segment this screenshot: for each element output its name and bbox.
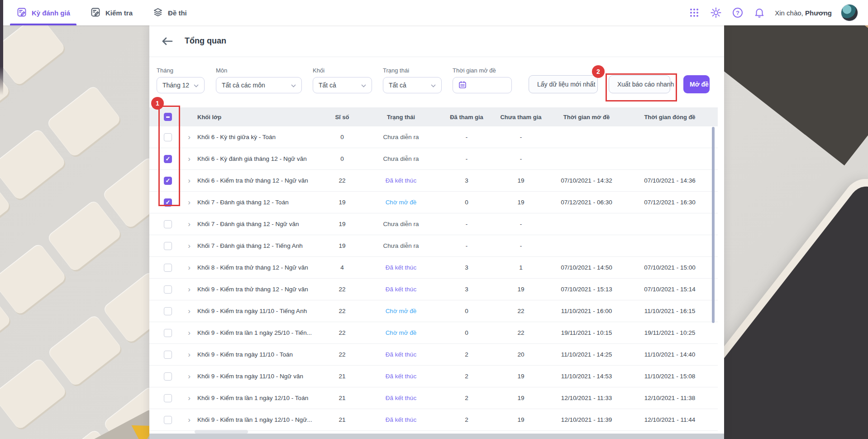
row-checkbox[interactable] (164, 133, 172, 141)
class-size: 22 (324, 351, 360, 358)
expand-chevron-icon[interactable]: › (188, 372, 191, 380)
status-text: Chờ mở đề (360, 199, 442, 206)
status-text: Đã kết thúc (360, 416, 442, 423)
table-row[interactable]: › Khối 6 - Kỳ đánh giá tháng 12 - Ngữ vă… (149, 148, 718, 170)
expand-chevron-icon[interactable]: › (188, 155, 191, 163)
row-checkbox[interactable] (164, 177, 172, 185)
status-text: Chưa diễn ra (360, 221, 442, 227)
row-checkbox[interactable] (164, 416, 172, 424)
class-exam-name: Khối 8 - Kiểm tra thử tháng 12 - Ngữ văn (197, 257, 324, 279)
table-row[interactable]: › Khối 8 - Kiểm tra thử tháng 12 - Ngữ v… (149, 257, 718, 279)
row-checkbox[interactable] (164, 372, 172, 381)
refresh-data-button[interactable]: Lấy dữ liệu mới nhất (529, 75, 598, 93)
close-time: 12/10/2021 - 11:38 (623, 395, 717, 401)
user-avatar[interactable] (841, 4, 858, 21)
chevron-down-icon (431, 82, 436, 89)
joined-count: 2 (442, 395, 491, 401)
row-checkbox[interactable] (164, 329, 172, 337)
table-row[interactable]: › Khối 9 - Kiểm tra ngày 11/10 - Tiếng A… (149, 300, 718, 322)
table-row[interactable]: › Khối 6 - Kiểm tra thử tháng 12 - Ngữ v… (149, 170, 718, 192)
expand-chevron-icon[interactable]: › (188, 329, 191, 337)
close-time: 11/10/2021 - 15:08 (623, 373, 717, 380)
expand-chevron-icon[interactable]: › (188, 416, 191, 424)
row-checkbox[interactable] (164, 351, 172, 359)
horizontal-scrollbar-thumb[interactable] (195, 430, 248, 434)
not-joined-count: 22 (491, 329, 550, 336)
class-size: 22 (324, 177, 360, 184)
exam-table: Khối lớp Sĩ số Trạng thái Đã tham gia Ch… (149, 107, 718, 431)
notification-bell-icon[interactable] (753, 6, 766, 19)
open-exam-button[interactable]: Mở đề (683, 75, 710, 93)
expand-chevron-icon[interactable]: › (188, 177, 191, 184)
back-button[interactable] (161, 36, 173, 46)
table-row[interactable]: › Khối 9 - Kiểm tra thử tháng 12 - Ngữ v… (149, 279, 718, 300)
expand-chevron-icon[interactable]: › (188, 220, 191, 228)
status-text: Đã kết thúc (360, 177, 442, 184)
table-row[interactable]: › Khối 7 - Đánh giá tháng 12 - Tiếng Anh… (149, 235, 718, 257)
row-checkbox[interactable] (164, 307, 172, 315)
row-checkbox[interactable] (164, 220, 172, 228)
class-exam-name: Khối 9 - Kiểm tra thử tháng 12 - Ngữ văn (197, 279, 324, 300)
mon-select[interactable]: Tất cả các môn (216, 77, 302, 93)
tab-de-thi[interactable]: Đề thi (143, 0, 197, 25)
gear-icon[interactable] (710, 6, 722, 19)
expand-chevron-icon[interactable]: › (188, 242, 191, 250)
trang-thai-select[interactable]: Tất cả (383, 77, 442, 93)
khoi-select[interactable]: Tất cả (313, 77, 372, 93)
export-report-button[interactable]: Xuất báo cáo nhanh (609, 75, 670, 93)
svg-text:?: ? (736, 10, 739, 16)
expand-chevron-icon[interactable]: › (188, 307, 191, 315)
select-all-checkbox[interactable] (164, 113, 172, 121)
calendar-icon (458, 81, 467, 90)
table-row[interactable]: › Khối 6 - Kỳ thi giữa kỳ - Toán 0 Chưa … (149, 126, 718, 148)
user-greeting: Xin chào, Phương (775, 9, 832, 17)
assessment-doc-icon (16, 7, 27, 19)
test-doc-icon (90, 7, 101, 19)
table-row[interactable]: › Khối 7 - Đánh giá tháng 12 - Ngữ văn 1… (149, 213, 718, 235)
table-row[interactable]: › Khối 9 - Kiểm tra lần 1 ngày 12/10 - N… (149, 409, 718, 431)
joined-count: 0 (442, 308, 491, 314)
help-icon[interactable]: ? (731, 6, 744, 19)
column-thoi-gian-dong-de: Thời gian đóng đề (623, 114, 717, 121)
class-size: 21 (324, 395, 360, 401)
column-khoi-lop: Khối lớp (197, 114, 324, 121)
filter-label: Trạng thái (383, 67, 442, 74)
row-checkbox[interactable] (164, 155, 172, 163)
expand-chevron-icon[interactable]: › (188, 133, 191, 141)
chevron-down-icon (291, 82, 296, 89)
expand-chevron-icon[interactable]: › (188, 198, 191, 206)
table-row[interactable]: › Khối 9 - Kiểm tra ngày 11/10 - Ngữ văn… (149, 366, 718, 387)
row-checkbox[interactable] (164, 394, 172, 402)
expand-chevron-icon[interactable]: › (188, 351, 191, 358)
apps-grid-icon[interactable] (688, 6, 701, 19)
not-joined-count: 19 (491, 199, 550, 206)
class-exam-name: Khối 9 - Kiểm tra lần 1 ngày 25/10 - Tiế… (197, 322, 324, 344)
row-checkbox[interactable] (164, 198, 172, 207)
row-checkbox[interactable] (164, 285, 172, 294)
tab-label: Kiểm tra (105, 9, 133, 17)
open-time: 11/10/2021 - 16:00 (550, 308, 623, 314)
not-joined-count: - (491, 221, 550, 227)
row-checkbox[interactable] (164, 264, 172, 272)
joined-count: 0 (442, 199, 491, 206)
class-size: 0 (324, 155, 360, 162)
filter-khoi: Khối Tất cả (313, 67, 372, 93)
row-checkbox[interactable] (164, 242, 172, 250)
table-row[interactable]: › Khối 9 - Kiểm tra lần 1 ngày 25/10 - T… (149, 322, 718, 344)
tab-kiem-tra[interactable]: Kiểm tra (80, 0, 143, 25)
tab-ky-danh-gia[interactable]: Kỳ đánh giá (6, 0, 80, 25)
table-row[interactable]: › Khối 9 - Kiểm tra ngày 11/10 - Toán 22… (149, 344, 718, 366)
close-time: 07/10/2021 - 15:14 (623, 286, 717, 293)
horizontal-scrollbar[interactable] (149, 434, 724, 439)
expand-chevron-icon[interactable]: › (188, 264, 191, 271)
expand-chevron-icon[interactable]: › (188, 394, 191, 402)
expand-chevron-icon[interactable]: › (188, 285, 191, 293)
thang-select[interactable]: Tháng 12 (157, 77, 205, 93)
open-time-date-input[interactable] (453, 77, 512, 93)
table-row[interactable]: › Khối 9 - Kiểm tra lần 1 ngày 12/10 - T… (149, 387, 718, 409)
filter-label: Tháng (157, 67, 205, 74)
vertical-scrollbar[interactable] (712, 127, 715, 323)
table-row[interactable]: › Khối 7 - Đánh giá tháng 12 - Toán 19 C… (149, 192, 718, 213)
class-exam-name: Khối 6 - Kiểm tra thử tháng 12 - Ngữ văn (197, 170, 324, 192)
not-joined-count: 19 (491, 395, 550, 401)
